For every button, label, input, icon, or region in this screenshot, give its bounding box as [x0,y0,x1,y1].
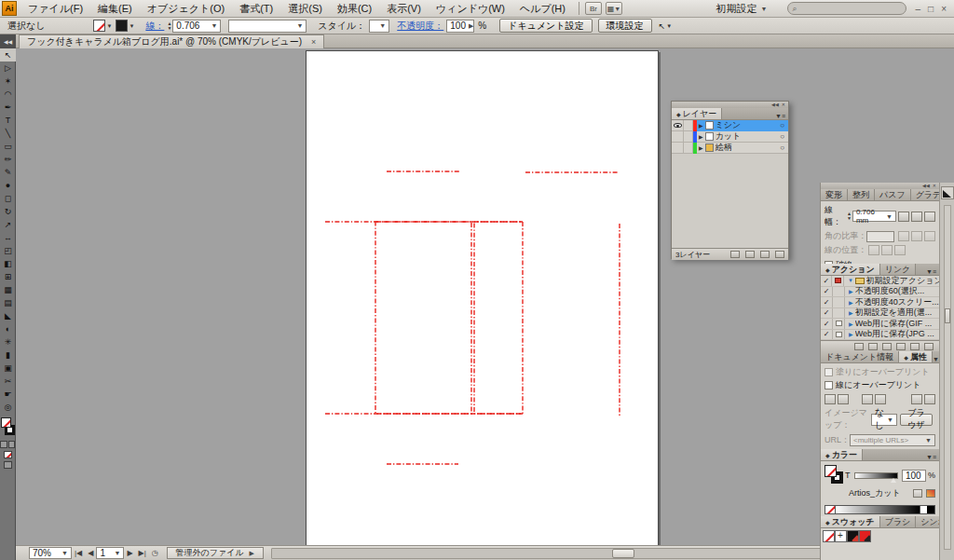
new-layer-icon[interactable] [760,251,770,258]
new-sublayer-icon[interactable] [745,251,755,258]
menu-item-2[interactable]: オブジェクト(O) [140,0,232,17]
none-chip[interactable] [825,506,836,513]
eraser-tool[interactable]: ◻ [0,192,16,205]
fill-rule-nonzero-button[interactable] [911,394,922,404]
opacity-field[interactable]: 100 ▶ [446,20,474,33]
style-dropdown[interactable]: ▼ [369,20,389,33]
prev-artboard-button[interactable]: ◀ [85,549,96,557]
layer-main[interactable]: ▶絵柄○ [697,143,788,154]
expand-icon[interactable]: ▶ [849,309,853,316]
minimize-button[interactable]: – [916,4,921,14]
stroke-weight-field[interactable]: 0.706 mm ▼ [852,211,896,222]
color-warning-icon[interactable] [926,489,935,498]
fill-none-swatch[interactable] [825,465,837,477]
menu-item-1[interactable]: 編集(E) [90,0,140,17]
shape-builder-tool[interactable]: ◧ [0,257,16,270]
blend-tool[interactable]: ◐ [0,322,16,335]
lock-toggle[interactable] [684,131,693,143]
menu-item-6[interactable]: 表示(V) [379,0,429,17]
overprint-stroke-checkbox[interactable] [825,381,833,389]
gradient-tool[interactable]: ▤ [0,296,16,309]
menu-item-4[interactable]: 選択(S) [280,0,330,17]
make-clip-mask-icon[interactable] [730,251,740,258]
workspace-switcher[interactable]: 初期設定 ▼ [710,0,774,18]
menu-item-7[interactable]: ウィンドウ(W) [429,0,512,17]
menu-item-5[interactable]: 効果(C) [330,0,379,17]
tint-ramp[interactable] [836,506,920,513]
tint-value-field[interactable]: 100 [902,470,926,482]
tab-swatch-group-0[interactable]: スウォッチ [821,516,880,527]
action-check-icon[interactable]: ✓ [821,276,832,286]
gradient-mode-button[interactable] [8,441,16,448]
width-tool[interactable]: ↔ [0,231,16,244]
tab-attr-group-1[interactable]: 属性 [899,351,933,362]
scale-tool[interactable]: ↗ [0,218,16,231]
lasso-tool[interactable]: ◠ [0,88,16,101]
horizontal-scrollbar[interactable] [271,548,822,559]
layer-main[interactable]: ▶カット○ [697,131,788,143]
expand-icon[interactable]: ▶ [699,144,703,151]
scrollbar-thumb[interactable] [945,308,950,323]
action-dialog-toggle[interactable] [833,308,845,319]
tab-actions-group-0[interactable]: アクション [821,264,880,275]
document-setup-button[interactable]: ドキュメント設定 [499,19,592,33]
action-check-icon[interactable]: ✓ [821,297,833,307]
target-circle-icon[interactable]: ○ [780,121,784,130]
collapse-icon[interactable]: ◀◀ [922,184,930,188]
black-chip[interactable] [927,506,934,513]
last-artboard-button[interactable]: ▶| [136,549,149,557]
expand-icon[interactable]: ▶ [849,288,853,294]
pen-tool[interactable]: ✒ [0,101,16,114]
action-dialog-toggle[interactable] [832,276,843,286]
expand-icon[interactable]: ▶ [699,133,703,140]
slice-tool[interactable]: ✂ [0,375,16,388]
action-check-icon[interactable]: ✓ [821,330,833,340]
action-check-icon[interactable]: ✓ [821,308,833,319]
preferences-button[interactable]: 環境設定 [598,19,652,33]
stop-icon[interactable] [854,343,864,350]
file-status-dropdown[interactable]: 管理外のファイル ▶ [167,547,264,559]
lock-toggle[interactable] [684,143,693,154]
miter-limit-field[interactable] [866,231,894,242]
fill-rule-evenodd-button[interactable] [924,394,935,404]
menu-item-8[interactable]: ヘルプ(H) [512,0,573,17]
collapse-tools-icon[interactable]: ◀◀ [0,34,16,48]
fill-stroke-indicator[interactable] [0,417,16,438]
show-center-button[interactable] [825,394,836,404]
pencil-tool[interactable]: ✎ [0,166,16,179]
slider-thumb[interactable] [891,478,896,483]
target-circle-icon[interactable]: ○ [780,132,784,141]
record-icon[interactable] [868,343,878,350]
stroke-width-field[interactable]: 0.706 ▼ [172,20,221,33]
perspective-grid-tool[interactable]: ⊞ [0,270,16,283]
bridge-icon[interactable]: Br [585,2,602,15]
expand-icon[interactable]: ▶ [849,299,853,306]
tab-color[interactable]: カラー [821,449,863,460]
hide-center-button[interactable] [838,394,849,404]
magic-wand-tool[interactable]: ✶ [0,75,16,88]
none-mode-button[interactable] [4,451,12,458]
join-bevel-button[interactable] [924,231,935,241]
align-outside-button[interactable] [894,245,906,255]
width-profile-dropdown[interactable]: ▼ [228,20,307,33]
layer-main[interactable]: ▶ミシン○ [697,120,788,131]
join-miter-button[interactable] [898,231,909,241]
draw-mode-button[interactable] [4,461,12,469]
action-check-icon[interactable]: ✓ [821,287,833,297]
white-chip[interactable] [920,506,927,513]
visibility-toggle[interactable] [672,120,684,131]
collapse-icon[interactable]: ◀◀ [771,102,779,107]
column-graph-tool[interactable]: ▮ [0,348,16,362]
panel-menu-icon[interactable]: ▼≡ [926,454,936,460]
action-check-icon[interactable]: ✓ [821,319,833,329]
swatch-blackred[interactable] [847,530,859,542]
cap-butt-button[interactable] [898,212,909,222]
close-button[interactable]: × [941,4,947,14]
align-center-button[interactable] [868,245,879,255]
first-artboard-button[interactable]: |◀ [72,549,85,557]
action-dialog-toggle[interactable] [833,287,845,297]
swatch-reg[interactable] [835,530,847,542]
stroke-link[interactable]: 線： [145,20,164,33]
mesh-tool[interactable]: ▦ [0,283,16,296]
url-dropdown[interactable]: <multiple URLs> ▼ [850,434,935,446]
